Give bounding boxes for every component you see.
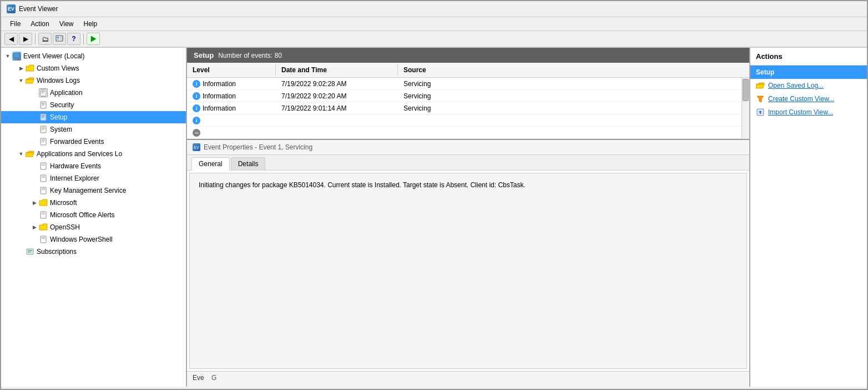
openssh-label: OpenSSH: [50, 223, 80, 231]
svg-rect-7: [13, 53, 20, 58]
event-row[interactable]: i Information 7/19/2022 9:01:14 AM Servi…: [187, 102, 741, 114]
col-source[interactable]: Source: [398, 64, 749, 76]
forward-button[interactable]: ▶: [19, 33, 32, 45]
action-open-saved-log[interactable]: Open Saved Log...: [750, 79, 867, 92]
tree-item-key-mgmt[interactable]: ▶ Key Management Service: [1, 184, 186, 197]
tab-details[interactable]: Details: [231, 157, 266, 170]
tree-item-hardware[interactable]: ▶ Hardware Events: [1, 160, 186, 172]
import-custom-view-label: Import Custom View...: [768, 108, 833, 116]
svg-rect-1: [57, 37, 59, 38]
svg-rect-45: [42, 237, 45, 238]
folder-open-icon-2: [26, 149, 34, 158]
tree-item-ie[interactable]: ▶ Internet Explorer: [1, 172, 186, 184]
tree-item-windows-logs[interactable]: ▼ Windows Logs: [1, 74, 186, 87]
tree-item-subscriptions[interactable]: ▶ Subscriptions: [1, 246, 186, 258]
svg-rect-16: [42, 103, 45, 103]
menu-file[interactable]: File: [6, 18, 25, 29]
svg-rect-36: [42, 176, 45, 177]
tree-item-security[interactable]: ▶ Security: [1, 99, 186, 111]
action-selected[interactable]: Setup: [750, 66, 867, 79]
tree-item-forwarded[interactable]: ▶ Forwarded Events: [1, 136, 186, 148]
svg-rect-35: [41, 175, 46, 182]
svg-rect-48: [28, 250, 32, 251]
folder-open-icon: [26, 76, 34, 85]
events-scrollbar[interactable]: [741, 78, 749, 139]
svg-rect-23: [42, 117, 44, 118]
menu-help[interactable]: Help: [79, 18, 102, 29]
root-expand-icon: ▼: [3, 52, 12, 61]
svg-rect-5: [60, 39, 62, 39]
tree-item-openssh[interactable]: ▶ OpenSSH: [1, 221, 186, 233]
help-button[interactable]: ?: [67, 33, 80, 45]
source-cell: Servicing: [398, 90, 741, 102]
log-icon-setup: [39, 113, 48, 122]
open-button[interactable]: 🗂: [38, 33, 52, 45]
svg-rect-33: [42, 164, 45, 164]
toolbar-separator-1: [35, 33, 36, 44]
sub-icon: [26, 247, 34, 256]
source-cell: [398, 127, 741, 138]
menu-action[interactable]: Action: [26, 18, 53, 29]
datetime-cell: 7/19/2022 9:01:14 AM: [276, 102, 398, 114]
tree-item-custom-views[interactable]: ▶ Custom Views: [1, 62, 186, 74]
log-icon-key: [39, 186, 48, 195]
tree-item-app-services[interactable]: ▼ Applications and Services Lo: [1, 148, 186, 160]
event-tabs: General Details: [187, 155, 749, 171]
tree-item-setup[interactable]: ▶ Setup: [1, 111, 186, 123]
run-button[interactable]: [87, 33, 100, 45]
tab-general[interactable]: General: [191, 157, 230, 171]
svg-rect-30: [42, 141, 45, 141]
svg-rect-0: [56, 36, 63, 41]
events-table-header: Level Date and Time Source: [187, 63, 749, 78]
events-title: Setup: [194, 51, 214, 59]
datetime-cell: 7/19/2022 9:02:20 AM: [276, 90, 398, 102]
forwarded-label: Forwarded Events: [50, 138, 104, 146]
menu-view[interactable]: View: [55, 18, 78, 29]
svg-rect-9: [14, 59, 19, 59]
datetime-cell: [276, 114, 398, 126]
folder-icon-ssh: [39, 223, 48, 232]
back-button[interactable]: ◀: [4, 33, 18, 45]
tree-item-system[interactable]: ▶ System: [1, 123, 186, 136]
tree-root: ▼ Event Viewer (Local) ▶: [1, 48, 186, 260]
event-row[interactable]: i: [187, 114, 741, 127]
info-icon: i: [193, 117, 200, 124]
log-icon-security: [39, 101, 48, 109]
tree-item-ms-office[interactable]: ▶ Microsoft Office Alerts: [1, 209, 186, 221]
tree-item-microsoft[interactable]: ▶ Microsoft: [1, 197, 186, 209]
g-label: G: [211, 374, 216, 382]
properties-button[interactable]: [53, 33, 66, 45]
open-saved-log-label: Open Saved Log...: [768, 82, 824, 89]
ie-label: Internet Explorer: [50, 174, 99, 182]
tree-root-item[interactable]: ▼ Event Viewer (Local): [1, 50, 186, 62]
import-icon: [756, 108, 765, 117]
col-level[interactable]: Level: [187, 64, 276, 76]
computer-icon: [12, 52, 21, 61]
app-services-expand: ▼: [17, 149, 26, 158]
tree-item-application[interactable]: ▶ Application: [1, 87, 186, 99]
svg-rect-19: [42, 103, 43, 104]
event-row[interactable]: i Information 7/19/2022 9:02:20 AM Servi…: [187, 90, 741, 102]
info-icon: i: [193, 92, 200, 100]
svg-rect-39: [42, 188, 45, 189]
system-label: System: [50, 126, 72, 133]
log-icon-ps: [39, 235, 48, 244]
event-row[interactable]: i Information 7/19/2022 9:02:28 AM Servi…: [187, 78, 741, 90]
tree-item-powershell[interactable]: ▶ Windows PowerShell: [1, 233, 186, 246]
main-layout: ▼ Event Viewer (Local) ▶: [1, 48, 867, 387]
svg-rect-43: [42, 214, 45, 214]
level-cell: i Information: [187, 78, 276, 89]
col-datetime[interactable]: Date and Time: [276, 64, 398, 76]
powershell-label: Windows PowerShell: [50, 236, 113, 243]
svg-rect-44: [41, 236, 46, 243]
application-label: Application: [50, 89, 83, 97]
action-import-custom-view[interactable]: Import Custom View...: [750, 106, 867, 119]
action-create-custom-view[interactable]: Create Custom View...: [750, 92, 867, 106]
svg-rect-27: [42, 129, 44, 130]
folder-open-action-icon: [756, 81, 765, 90]
svg-rect-29: [42, 139, 45, 140]
svg-rect-13: [42, 93, 44, 93]
folder-icon-ms: [39, 198, 48, 207]
windows-logs-expand: ▼: [17, 76, 26, 85]
event-row[interactable]: −: [187, 127, 741, 139]
